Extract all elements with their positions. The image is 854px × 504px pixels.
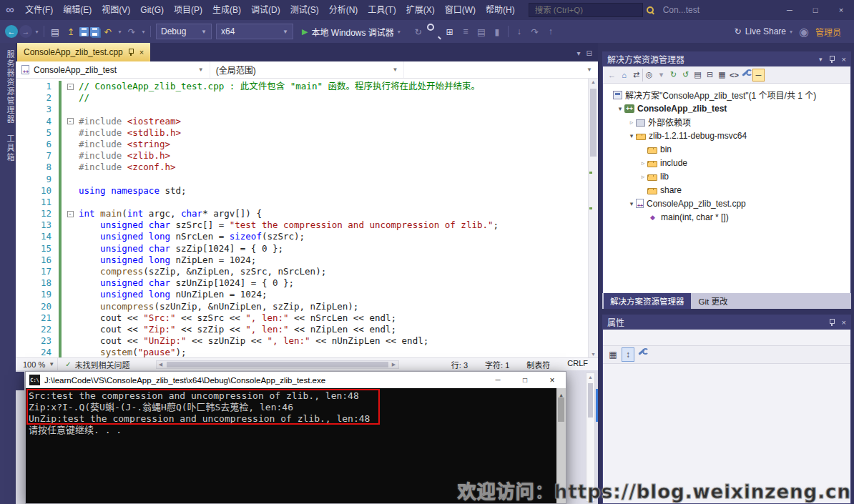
bookmark-icon[interactable]: ▮ — [490, 24, 504, 39]
scroll-up-icon[interactable]: ▲ — [586, 375, 594, 380]
code-line[interactable]: 15 unsigned char szZip[1024] = { 0 }; — [16, 243, 588, 255]
tree-item[interactable]: ◆main(int, char * []) — [603, 210, 850, 224]
step-out-icon[interactable]: ↑ — [544, 24, 558, 39]
menu-item[interactable]: 项目(P) — [169, 0, 207, 20]
sync-with-active-icon[interactable]: ↻ — [667, 69, 679, 81]
code-line[interactable]: 16 unsigned long nZipLen = 1024; — [16, 255, 588, 266]
save-icon[interactable] — [79, 27, 89, 36]
show-all-files-icon[interactable]: ▦ — [716, 69, 728, 81]
member-scope-dropdown[interactable]: ▼ — [404, 61, 598, 78]
refresh-icon[interactable]: ↺ — [679, 69, 692, 81]
scroll-left-icon[interactable]: ◀ — [157, 362, 165, 367]
side-tab[interactable]: 工具箱 — [0, 134, 16, 162]
console-maximize-button[interactable]: □ — [511, 372, 539, 388]
code-line[interactable]: 19 unsigned long nUnZipLen = 1024; — [16, 289, 588, 300]
undo-dropdown-icon[interactable]: ▾ — [117, 24, 123, 39]
chevron-down-icon[interactable]: ▾ — [819, 56, 823, 63]
fold-margin[interactable]: - — [62, 208, 79, 219]
tree-expander-icon[interactable]: ▾ — [616, 105, 624, 112]
code-editor[interactable]: 1-// ConsoleApp_zlib_test.cpp : 此文件包含 "m… — [16, 79, 588, 357]
close-icon[interactable]: × — [842, 55, 846, 64]
filter-dropdown-icon[interactable]: ▾ — [655, 69, 667, 81]
menu-item[interactable]: 文件(F) — [20, 0, 58, 20]
scrollbar-thumb[interactable] — [558, 397, 564, 422]
scrollbar-thumb[interactable] — [590, 89, 597, 157]
tree-item[interactable]: ▾++ConsoleApp_zlib_test — [603, 102, 850, 115]
redo-dropdown-icon[interactable]: ▾ — [140, 24, 147, 39]
solution-explorer-header[interactable]: 解决方案资源管理器 ▾ × — [602, 51, 851, 66]
code-line[interactable]: 3 — [16, 104, 588, 115]
menu-item[interactable]: 帮助(H) — [481, 0, 520, 20]
active-files-dropdown-icon[interactable]: ▾ — [577, 49, 581, 57]
editor-horizontal-scrollbar[interactable]: ◀ ▶ — [156, 360, 399, 369]
console-minimize-button[interactable]: ─ — [484, 372, 511, 388]
editor-vertical-scrollbar[interactable]: ▲ ▼ — [588, 79, 598, 357]
start-debugging-button[interactable]: ▶ 本地 Windows 调试器 ▾ — [295, 23, 411, 40]
code-line[interactable]: 9 — [16, 174, 588, 185]
close-button[interactable]: × — [828, 0, 854, 20]
platform-dropdown[interactable]: x64 ▼ — [216, 24, 293, 39]
tab-solution-explorer[interactable]: 解决方案资源管理器 — [604, 293, 691, 309]
code-line[interactable]: 24 system("pause"); — [16, 347, 588, 357]
pending-filter-icon[interactable]: ◎ — [643, 69, 655, 81]
menu-item[interactable]: 扩展(X) — [401, 0, 440, 20]
side-tab[interactable]: 服务器资源管理器 — [0, 50, 16, 124]
nest-files-icon[interactable]: ▤ — [692, 69, 704, 81]
properties-wrench-icon[interactable] — [637, 347, 649, 362]
fold-collapse-icon[interactable]: - — [67, 118, 74, 124]
fold-collapse-icon[interactable]: - — [67, 211, 74, 217]
code-line[interactable]: 4-#include <iostream> — [16, 116, 588, 127]
tree-expander-icon[interactable]: ▾ — [627, 132, 636, 139]
code-line[interactable]: 1-// ConsoleApp_zlib_test.cpp : 此文件包含 "m… — [16, 81, 588, 92]
hot-reload-icon[interactable]: ↻ — [411, 24, 426, 39]
tree-expander-icon[interactable]: ▾ — [627, 200, 636, 207]
step-into-icon[interactable]: ↓ — [512, 24, 526, 39]
tree-item[interactable]: ▹lib — [603, 169, 850, 183]
navigation-dropdown-icon[interactable]: ▾ — [34, 24, 40, 39]
tree-expander-icon[interactable]: ▹ — [639, 173, 647, 180]
minimize-button[interactable]: ─ — [777, 0, 803, 20]
menu-item[interactable]: 分析(N) — [324, 0, 363, 20]
menu-item[interactable]: 编辑(E) — [58, 0, 97, 20]
code-line[interactable]: 21 cout << "Src:" << szSrc << ", len:" <… — [16, 312, 588, 324]
document-tab[interactable]: ConsoleApp_zlib_test.cpp × — [17, 43, 150, 61]
close-icon[interactable]: × — [842, 318, 846, 327]
undo-icon[interactable]: ↶ — [101, 24, 115, 39]
pin-icon[interactable] — [128, 49, 134, 56]
alphabetical-icon[interactable]: ↕ — [622, 347, 634, 362]
navigate-forward-icon[interactable]: → — [19, 25, 32, 38]
console-title-bar[interactable]: C:\ J:\learnCode\VS\ConsoleApp_zlib_test… — [26, 372, 566, 388]
zoom-dropdown[interactable]: 100 % ▼ — [20, 358, 58, 370]
scroll-right-icon[interactable]: ▶ — [390, 362, 398, 367]
code-line[interactable]: 6#include <string> — [16, 139, 588, 150]
code-line[interactable]: 10using namespace std; — [16, 185, 588, 197]
tree-item[interactable]: bin — [603, 142, 850, 156]
code-line[interactable]: 14 unsigned long nSrcLen = sizeof(szSrc)… — [16, 231, 588, 242]
code-line[interactable]: 11 — [16, 197, 588, 208]
preview-selected-icon[interactable]: ─ — [752, 69, 765, 81]
code-line[interactable]: 8#include <zconf.h> — [16, 162, 588, 173]
save-all-icon[interactable] — [90, 27, 99, 36]
fold-collapse-icon[interactable]: - — [67, 84, 74, 90]
configuration-dropdown[interactable]: Debug ▼ — [156, 24, 212, 39]
tab-close-icon[interactable]: × — [139, 48, 144, 56]
menu-item[interactable]: 生成(B) — [207, 0, 246, 20]
tree-item[interactable]: share — [603, 183, 850, 197]
quick-search-input[interactable] — [534, 5, 647, 15]
scrollbar-thumb[interactable] — [167, 362, 388, 367]
code-line[interactable]: 13 unsigned char szSrc[] = "test the com… — [16, 219, 588, 231]
tree-item[interactable]: ▹include — [603, 156, 850, 169]
pin-icon[interactable] — [829, 319, 835, 326]
eol-indicator[interactable]: CRLF — [567, 359, 588, 370]
menu-item[interactable]: 窗口(W) — [440, 0, 481, 20]
code-line[interactable]: 22 cout << "Zip:" << szZip << ", len:" <… — [16, 324, 588, 335]
code-line[interactable]: 17 compress(szZip, &nZipLen, szSrc, nSrc… — [16, 266, 588, 277]
live-share-button[interactable]: ↻ Live Share ▾ — [735, 26, 792, 36]
pin-icon[interactable] — [829, 56, 835, 63]
project-scope-dropdown[interactable]: ConsoleApp_zlib_test ▼ — [16, 61, 210, 78]
maximize-button[interactable]: □ — [803, 0, 828, 20]
menu-item[interactable]: 工具(T) — [363, 0, 401, 20]
categorized-icon[interactable]: ▦ — [607, 347, 619, 362]
fold-margin[interactable]: - — [62, 81, 79, 92]
console-close-button[interactable]: × — [539, 372, 566, 388]
